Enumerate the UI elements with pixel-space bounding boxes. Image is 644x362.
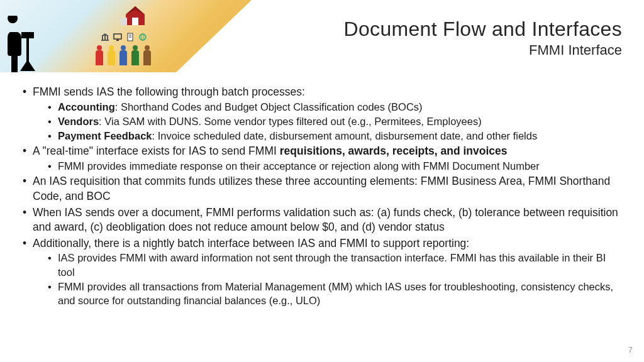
svg-point-17 — [142, 34, 144, 40]
svg-rect-8 — [104, 36, 106, 40]
svg-rect-12 — [116, 40, 119, 41]
svg-rect-5 — [121, 18, 127, 25]
svg-marker-6 — [101, 33, 109, 36]
bank-icon — [101, 33, 109, 41]
monitor-icon — [113, 33, 122, 41]
cameraman-silhouette-icon — [0, 16, 41, 72]
institution-icons-row — [101, 33, 147, 41]
bullet-1b: Vendors: Via SAM with DUNS. Some vendor … — [33, 114, 623, 128]
people-icons-row — [94, 45, 152, 65]
document-icon — [126, 33, 135, 41]
svg-rect-4 — [132, 18, 138, 25]
svg-rect-11 — [114, 34, 121, 39]
person-brown-icon — [142, 45, 152, 65]
bullet-2: A "real-time" interface exists for IAS t… — [19, 144, 623, 173]
title-block: Document Flow and Interfaces FMMI Interf… — [344, 18, 622, 58]
bullet-5: Additionally, there is a nightly batch i… — [19, 236, 623, 308]
svg-point-16 — [140, 34, 146, 40]
bullet-5a: IAS provides FMMI with award information… — [33, 251, 623, 279]
slide-title: Document Flow and Interfaces — [344, 18, 622, 41]
barn-icon — [119, 5, 151, 27]
globe-icon — [138, 33, 147, 41]
person-yellow-icon — [106, 45, 116, 65]
content-body: FMMI sends IAS the following through bat… — [19, 85, 623, 309]
svg-rect-9 — [107, 36, 108, 40]
slide: Document Flow and Interfaces FMMI Interf… — [0, 0, 644, 362]
svg-rect-10 — [101, 40, 109, 41]
bullet-4: When IAS sends over a document, FMMI per… — [19, 206, 623, 235]
person-green-icon — [130, 45, 140, 65]
bullet-1a: Accounting: Shorthand Codes and Budget O… — [33, 100, 623, 114]
page-number: 7 — [628, 345, 633, 354]
header-banner-graphic — [0, 0, 252, 72]
slide-subtitle: FMMI Interface — [344, 42, 622, 58]
bullet-1c: Payment Feedback: Invoice scheduled date… — [33, 129, 623, 143]
svg-rect-1 — [21, 32, 34, 38]
person-red-icon — [94, 45, 104, 65]
svg-rect-7 — [102, 36, 103, 40]
bullet-3: An IAS requisition that commits funds ut… — [19, 174, 623, 204]
bullet-5b: FMMI provides all transactions from Mate… — [33, 280, 623, 308]
bullet-2a: FMMI provides immediate response on thei… — [33, 159, 623, 173]
bullet-1: FMMI sends IAS the following through bat… — [19, 85, 623, 143]
person-blue-icon — [118, 45, 128, 65]
